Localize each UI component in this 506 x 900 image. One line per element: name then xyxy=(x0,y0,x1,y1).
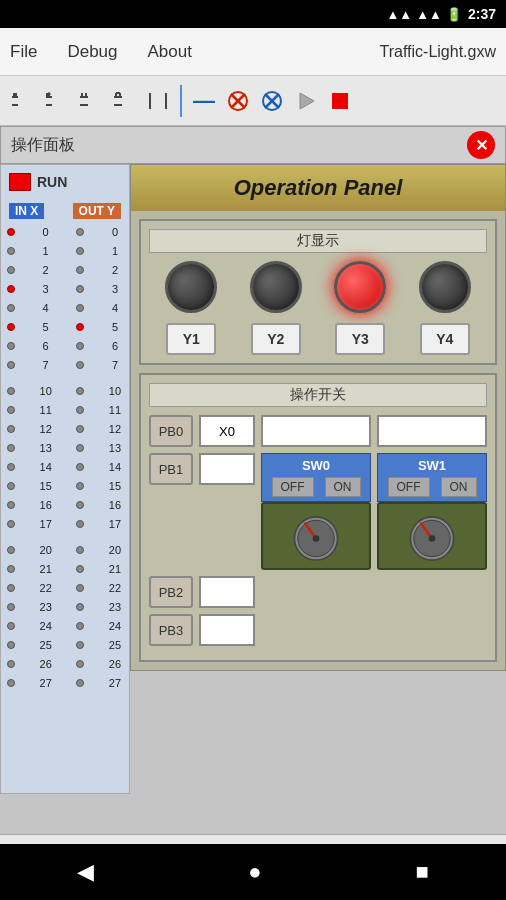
out-num-13: 13 xyxy=(107,442,123,454)
light-label-y4[interactable]: Y4 xyxy=(420,323,470,355)
run-indicator: RUN xyxy=(5,173,125,191)
nav-bar: ◀ ● ■ xyxy=(0,844,506,900)
traffic-light-1[interactable] xyxy=(165,261,217,313)
out-dot-26 xyxy=(76,660,84,668)
traffic-light-4[interactable] xyxy=(419,261,471,313)
toolbar-stop[interactable] xyxy=(326,87,354,115)
sw0-buttons: OFF ON xyxy=(266,477,366,497)
light-label-y3[interactable]: Y3 xyxy=(335,323,385,355)
in-num-22: 22 xyxy=(38,582,54,594)
close-icon: ✕ xyxy=(475,136,488,155)
close-button[interactable]: ✕ xyxy=(467,131,495,159)
svg-point-38 xyxy=(429,535,436,542)
traffic-light-2[interactable] xyxy=(250,261,302,313)
in-num-4: 4 xyxy=(38,302,54,314)
out-num-5: 5 xyxy=(107,321,123,333)
out-num-0: 0 xyxy=(107,226,123,238)
toolbar-icon-4[interactable] xyxy=(110,87,138,115)
in-dot-24 xyxy=(7,622,15,630)
toolbar-blue-x[interactable] xyxy=(258,87,286,115)
out-num-1: 1 xyxy=(107,245,123,257)
sw1-off-button[interactable]: OFF xyxy=(388,477,430,497)
empty-box-2 xyxy=(377,415,487,447)
sw1-dial[interactable] xyxy=(377,502,487,570)
in-dot-26 xyxy=(7,660,15,668)
toolbar-icon-3[interactable] xyxy=(76,87,104,115)
toolbar-blue-minus[interactable]: — xyxy=(190,87,218,115)
in-num-2: 2 xyxy=(38,264,54,276)
out-dot-16 xyxy=(76,501,84,509)
toolbar-play[interactable] xyxy=(292,87,320,115)
toolbar: — xyxy=(0,76,506,126)
io-row: 23 23 xyxy=(5,598,125,616)
sw1-container: SW1 OFF ON xyxy=(377,453,487,570)
status-bar: ▲▲ ▲▲ 🔋 2:37 xyxy=(0,0,506,28)
in-num-23: 23 xyxy=(38,601,54,613)
toolbar-red-x[interactable] xyxy=(224,87,252,115)
traffic-light-3[interactable] xyxy=(334,261,386,313)
sw0-on-button[interactable]: ON xyxy=(325,477,361,497)
in-num-14: 14 xyxy=(38,461,54,473)
pb0-button[interactable]: PB0 xyxy=(149,415,193,447)
light-labels-row: Y1 Y2 Y3 Y4 xyxy=(149,323,487,355)
recents-button[interactable]: ■ xyxy=(416,859,429,885)
out-dot-25 xyxy=(76,641,84,649)
out-dot-21 xyxy=(76,565,84,573)
pb2-button[interactable]: PB2 xyxy=(149,576,193,608)
light-label-y2[interactable]: Y2 xyxy=(251,323,301,355)
io-rows-20-27: 20 20 21 21 22 22 23 23 xyxy=(5,541,125,692)
svg-marker-27 xyxy=(300,93,314,109)
pb3-input xyxy=(199,614,255,646)
switch-section-label: 操作开关 xyxy=(149,383,487,407)
out-num-3: 3 xyxy=(107,283,123,295)
out-num-21: 21 xyxy=(107,563,123,575)
pb1-input xyxy=(199,453,255,485)
svg-rect-28 xyxy=(332,93,348,109)
out-dot-24 xyxy=(76,622,84,630)
sw0-block: SW0 OFF ON xyxy=(261,453,371,502)
in-dot-12 xyxy=(7,425,15,433)
x0-input[interactable]: X0 xyxy=(199,415,255,447)
main-area: 操作面板 ✕ RUN IN X OUT Y 0 0 1 1 xyxy=(0,126,506,834)
out-dot-3 xyxy=(76,285,84,293)
io-row: 25 25 xyxy=(5,636,125,654)
toolbar-icon-1[interactable] xyxy=(8,87,36,115)
pb3-button[interactable]: PB3 xyxy=(149,614,193,646)
io-spacer xyxy=(5,533,125,541)
in-dot-6 xyxy=(7,342,15,350)
out-num-7: 7 xyxy=(107,359,123,371)
in-dot-15 xyxy=(7,482,15,490)
in-num-10: 10 xyxy=(38,385,54,397)
out-num-16: 16 xyxy=(107,499,123,511)
in-dot-3 xyxy=(7,285,15,293)
toolbar-icon-5[interactable] xyxy=(144,87,172,115)
back-button[interactable]: ◀ xyxy=(77,859,94,885)
menu-bar: File Debug About Traffic-Light.gxw xyxy=(0,28,506,76)
menu-debug[interactable]: Debug xyxy=(67,42,117,62)
io-row: 7 7 xyxy=(5,356,125,374)
in-dot-7 xyxy=(7,361,15,369)
out-num-24: 24 xyxy=(107,620,123,632)
sw0-dial[interactable] xyxy=(261,502,371,570)
sw1-block: SW1 OFF ON xyxy=(377,453,487,502)
out-num-27: 27 xyxy=(107,677,123,689)
menu-about[interactable]: About xyxy=(148,42,192,62)
in-dot-0 xyxy=(7,228,15,236)
home-button[interactable]: ● xyxy=(248,859,261,885)
sw0-off-button[interactable]: OFF xyxy=(272,477,314,497)
io-row: 2 2 xyxy=(5,261,125,279)
window-title: Traffic-Light.gxw xyxy=(380,43,496,61)
light-label-y1[interactable]: Y1 xyxy=(166,323,216,355)
out-num-6: 6 xyxy=(107,340,123,352)
pb1-button[interactable]: PB1 xyxy=(149,453,193,485)
in-num-25: 25 xyxy=(38,639,54,651)
toolbar-icon-2[interactable] xyxy=(42,87,70,115)
in-dot-23 xyxy=(7,603,15,611)
out-num-10: 10 xyxy=(107,385,123,397)
menu-file[interactable]: File xyxy=(10,42,37,62)
in-dot-22 xyxy=(7,584,15,592)
empty-box-1 xyxy=(261,415,371,447)
out-num-23: 23 xyxy=(107,601,123,613)
sw1-on-button[interactable]: ON xyxy=(441,477,477,497)
io-row: 5 5 xyxy=(5,318,125,336)
